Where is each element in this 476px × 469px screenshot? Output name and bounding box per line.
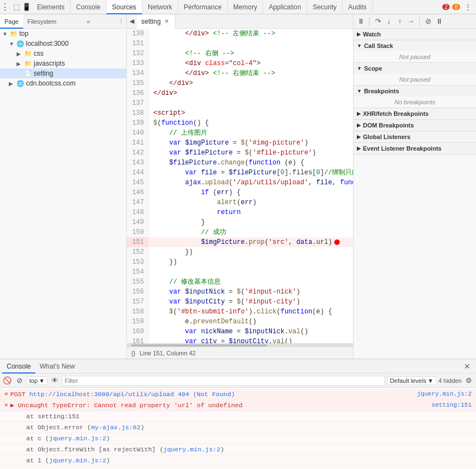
console-settings-icon[interactable]: ⚙: [464, 376, 473, 385]
breakpoints-section: ▼ Breakpoints No breakpoints: [354, 86, 476, 108]
line-content-150: // 成功: [149, 227, 353, 237]
panel-tab-bar: Page Filesystem » ⋮: [0, 14, 126, 29]
console-detail-msg-2: at c (jquery.min.js:2): [11, 434, 472, 443]
step-over-icon[interactable]: ↷: [373, 17, 382, 26]
watch-header[interactable]: ▶ Watch: [354, 29, 476, 40]
code-panel: ◀ setting ✕ 130 </div> <!-- 左侧结束 --> 131…: [127, 14, 354, 359]
console-tab-whatsnew[interactable]: What's New: [35, 359, 79, 374]
code-area[interactable]: 130 </div> <!-- 左侧结束 --> 131 132 <!-- 右侧…: [127, 29, 353, 343]
detail-link-3[interactable]: jquery.min.js:2: [163, 446, 221, 453]
console-detail-1: at Object.error (my-ajax.js:62): [0, 422, 476, 433]
error-url-link-0[interactable]: http://localhost:3000/api/utils/upload 4…: [29, 391, 235, 398]
tree-arrow-top: ▼: [2, 31, 9, 37]
code-line-130: 130 </div> <!-- 左侧结束 -->: [127, 29, 353, 39]
tab-performance[interactable]: Performance: [178, 0, 228, 14]
line-content-131: [149, 39, 353, 49]
dom-breakpoints-header[interactable]: ▶ DOM Breakpoints: [354, 120, 476, 131]
resume-icon[interactable]: ⏸: [356, 17, 365, 26]
scope-header[interactable]: ▼ Scope: [354, 63, 476, 74]
domain-icon-cdn: 🌐: [17, 80, 24, 87]
line-num-145: 145: [127, 178, 149, 188]
code-line-140: 140 // 上传图片: [127, 128, 353, 138]
error-indicator: [334, 239, 340, 245]
watch-triangle: ▶: [357, 31, 361, 37]
code-line-147: 147 alert(err): [127, 198, 353, 207]
panel-more-icon[interactable]: »: [84, 18, 92, 25]
deactivate-breakpoints-icon[interactable]: ⊘: [424, 17, 432, 26]
detail-link-2[interactable]: jquery.min.js:2: [49, 435, 106, 442]
line-content-141: var $imgPicture = $('#img-picture'): [149, 138, 353, 148]
code-line-157: 157 var $inputCity = $('#input-city'): [127, 297, 353, 307]
devtools-menu-icon[interactable]: ⋮: [1, 3, 9, 12]
console-close-button[interactable]: ✕: [461, 362, 474, 371]
device-icon[interactable]: 📱: [22, 3, 31, 12]
tab-console[interactable]: Console: [71, 0, 106, 14]
code-tab-close[interactable]: ✕: [163, 18, 170, 25]
console-detail-3: at Object.fireWith [as rejectWith] (jque…: [0, 444, 476, 455]
line-content-154: [149, 267, 353, 277]
console-file-0[interactable]: jquery.min.js:2: [417, 390, 472, 399]
error-icon-1: ✕: [4, 401, 8, 410]
tree-item-css[interactable]: ▶ 📁 css: [0, 49, 126, 58]
console-filter-input[interactable]: [62, 376, 385, 386]
global-listeners-header[interactable]: ▶ Global Listeners: [354, 131, 476, 142]
step-out-icon[interactable]: ↑: [395, 17, 404, 26]
call-stack-header[interactable]: ▼ Call Stack: [354, 40, 476, 51]
global-listeners-section: ▶ Global Listeners: [354, 131, 476, 143]
panel-menu-icon[interactable]: ⋮: [116, 18, 126, 25]
console-tab-console[interactable]: Console: [2, 359, 35, 374]
code-tab-setting[interactable]: setting ✕: [137, 14, 175, 29]
code-back-icon[interactable]: ◀: [127, 17, 136, 26]
step-icon[interactable]: →: [407, 17, 415, 26]
line-num-141: 141: [127, 138, 149, 148]
console-context-label: top: [29, 377, 38, 384]
tree-item-top[interactable]: ▼ 📁 top: [0, 29, 126, 39]
console-filter-toggle-icon[interactable]: ⊘: [15, 376, 24, 385]
console-file-1[interactable]: setting:151: [431, 401, 472, 410]
line-num-139: 139: [127, 118, 149, 128]
main-container: Page Filesystem » ⋮ ▼ 📁 top ▼ 🌐 localhos…: [0, 14, 476, 359]
line-num-142: 142: [127, 148, 149, 158]
tab-security[interactable]: Security: [307, 0, 343, 14]
no-breakpoints-text: No breakpoints: [394, 99, 435, 105]
breakpoints-header[interactable]: ▼ Breakpoints: [354, 86, 476, 97]
panel-tab-page[interactable]: Page: [0, 14, 23, 29]
event-listener-header[interactable]: ▶ Event Listener Breakpoints: [354, 143, 476, 154]
line-num-144: 144: [127, 168, 149, 178]
tab-sources[interactable]: Sources: [106, 0, 142, 14]
console-clear-icon[interactable]: 🚫: [3, 376, 12, 385]
tree-item-javascripts[interactable]: ▶ 📁 javascripts: [0, 58, 126, 68]
xhr-breakpoints-header[interactable]: ▶ XHR/fetch Breakpoints: [354, 108, 476, 119]
detail-link-1[interactable]: my-ajax.js:62: [91, 424, 141, 431]
console-detail-msg-3: at Object.fireWith [as rejectWith] (jque…: [11, 445, 472, 454]
pause-on-exceptions-icon[interactable]: ⏸: [435, 17, 443, 26]
tree-item-cdn[interactable]: ▶ 🌐 cdn.bootcss.com: [0, 78, 126, 88]
console-levels-arrow: ▼: [427, 377, 434, 384]
call-stack-triangle: ▼: [357, 43, 362, 49]
tab-audits[interactable]: Audits: [343, 0, 372, 14]
tree-arrow-javascripts: ▶: [17, 61, 23, 67]
tab-memory[interactable]: Memory: [228, 0, 263, 14]
line-num-153: 153: [127, 257, 149, 267]
console-context-dropdown[interactable]: top ▼: [26, 376, 47, 385]
line-content-147: alert(err): [149, 198, 353, 207]
console-detail-5: at XMLHttpRequest.<anonymous> (jquery.mi…: [0, 466, 476, 469]
xhr-breakpoints-section: ▶ XHR/fetch Breakpoints: [354, 108, 476, 120]
inspect-icon[interactable]: ⬚: [12, 3, 21, 12]
console-levels-dropdown[interactable]: Default levels ▼: [387, 376, 436, 385]
step-into-icon[interactable]: ↓: [384, 17, 393, 26]
panel-tab-filesystem[interactable]: Filesystem: [23, 14, 61, 29]
status-bar: {} Line 151, Column 42: [127, 347, 353, 359]
sep2: [419, 17, 420, 26]
folder-icon-top: 📁: [10, 30, 18, 38]
console-eye-icon[interactable]: 👁: [50, 376, 59, 385]
tab-elements[interactable]: Elements: [31, 0, 71, 14]
tree-item-localhost[interactable]: ▼ 🌐 localhost:3000: [0, 39, 126, 49]
tab-application[interactable]: Application: [263, 0, 307, 14]
more-options-icon[interactable]: ⋮: [463, 3, 472, 12]
tree-item-setting[interactable]: ▶ 📄 setting: [0, 68, 126, 78]
tab-network[interactable]: Network: [142, 0, 178, 14]
line-content-146: if (err) {: [149, 188, 353, 198]
detail-link-4[interactable]: jquery.min.js:2: [49, 457, 106, 464]
line-content-133: <div class="col-4">: [149, 58, 353, 68]
